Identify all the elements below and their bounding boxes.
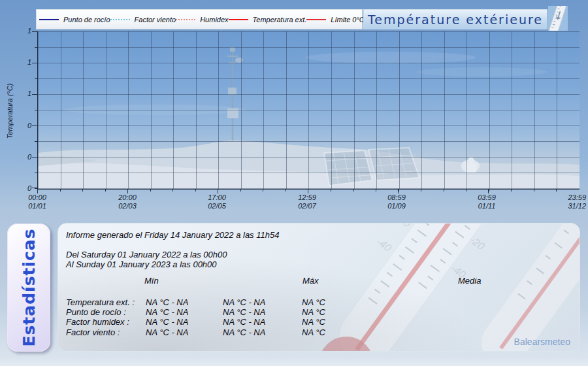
y-axis-major-ticks bbox=[32, 31, 37, 190]
row-max-value: NA °C - NA bbox=[223, 327, 265, 337]
legend-line-swatch bbox=[229, 19, 248, 20]
y-tick-label: 1 bbox=[27, 27, 31, 35]
weather-report-page: { "header": { "title": "Température exté… bbox=[0, 0, 588, 366]
x-tick-date: 02/03 bbox=[101, 202, 154, 210]
x-tick-date: 01/11 bbox=[461, 202, 513, 210]
x-tick-time: 00:00 bbox=[11, 193, 63, 202]
legend-line-swatch bbox=[176, 19, 195, 20]
x-tick-date: 02/07 bbox=[281, 202, 333, 210]
row-max-value: NA °C - NA bbox=[223, 317, 265, 327]
row-min-value: NA °C - NA bbox=[146, 317, 188, 327]
x-tick-date: 02/05 bbox=[191, 202, 243, 210]
chart-legend: Punto de rocío Factor viento Humidex Tem… bbox=[36, 9, 363, 29]
legend-item: Humidex bbox=[176, 16, 228, 24]
row-label: Factor humidex : bbox=[66, 317, 129, 327]
y-tick-label: 0 bbox=[27, 122, 31, 130]
column-header-min: Mín bbox=[144, 276, 159, 286]
x-tick-date: 01/01 bbox=[11, 202, 63, 210]
statistics-sidebar-label: Estadísticas bbox=[20, 228, 39, 346]
row-max-value: NA °C - NA bbox=[223, 307, 265, 317]
report-period-to: Al Sunday 01 January 2023 a las 00h00 bbox=[66, 259, 217, 269]
column-header-media: Media bbox=[458, 276, 481, 286]
x-tick-label: 03:59 01/11 bbox=[461, 193, 513, 210]
report-period-from: Del Saturday 01 January 2022 a las 00h00 bbox=[66, 250, 227, 259]
legend-line-swatch bbox=[39, 19, 59, 20]
row-min-value: NA °C - NA bbox=[146, 307, 188, 317]
y-tick-label: 1 bbox=[27, 58, 31, 67]
legend-item-label: Humidex bbox=[200, 16, 228, 24]
y-tick-label: 0 bbox=[27, 184, 31, 193]
y-tick-label: 1 bbox=[27, 90, 31, 98]
report-generated-line: Informe generado el Friday 14 January 20… bbox=[66, 230, 279, 240]
x-tick-label: 00:00 01/01 bbox=[11, 193, 63, 210]
legend-item: Factor viento bbox=[110, 16, 176, 24]
x-tick-label: 20:00 02/03 bbox=[101, 193, 154, 210]
row-max-value: NA °C - NA bbox=[223, 297, 265, 307]
column-header-max: Máx bbox=[302, 276, 319, 286]
x-tick-date: 31/12 bbox=[536, 202, 586, 210]
y-axis-title: Temperatura (°C) bbox=[6, 78, 15, 144]
x-tick-label: 12:59 02/07 bbox=[281, 193, 333, 210]
row-media-value: NA °C bbox=[302, 297, 325, 307]
statistics-table: Temperatura ext. : NA °C - NA NA °C - NA… bbox=[66, 297, 523, 337]
row-label: Temperatura ext. : bbox=[66, 297, 135, 307]
x-tick-time: 23:59 bbox=[536, 193, 586, 202]
brand-label: Balearsmeteo bbox=[514, 337, 570, 347]
row-label: Factor viento : bbox=[66, 327, 120, 337]
x-tick-date: 01/09 bbox=[370, 202, 423, 210]
legend-item-label: Temperatura ext. bbox=[253, 16, 307, 24]
row-label: Punto de rocío : bbox=[66, 307, 126, 317]
chart-gridlines bbox=[38, 31, 580, 189]
legend-line-swatch bbox=[306, 19, 326, 20]
row-media-value: NA °C bbox=[302, 317, 325, 327]
chart-title: Température extérieure bbox=[368, 12, 543, 27]
legend-item: Temperatura ext. bbox=[229, 16, 307, 24]
thermometer-icon bbox=[548, 6, 568, 31]
legend-item: Punto de rocío bbox=[39, 16, 110, 24]
legend-item-label: Punto de rocío bbox=[63, 16, 110, 24]
x-tick-time: 12:59 bbox=[281, 193, 333, 202]
chart-plot-area bbox=[37, 31, 580, 190]
x-tick-time: 17:00 bbox=[191, 193, 243, 202]
legend-item-label: Factor viento bbox=[135, 16, 176, 24]
statistics-sidebar-tab: Estadísticas bbox=[7, 224, 50, 352]
y-axis-tick-labels: 1 1 1 0 0 0 bbox=[16, 27, 31, 193]
row-min-value: NA °C - NA bbox=[146, 297, 188, 307]
row-media-value: NA °C bbox=[302, 327, 325, 337]
table-row: Punto de rocío : NA °C - NA NA °C - NA N… bbox=[66, 307, 523, 317]
x-tick-time: 20:00 bbox=[101, 193, 154, 202]
row-min-value: NA °C - NA bbox=[146, 327, 188, 337]
row-media-value: NA °C bbox=[302, 307, 325, 317]
legend-line-swatch bbox=[110, 19, 130, 20]
x-tick-label: 23:59 31/12 bbox=[536, 193, 586, 210]
x-tick-time: 08:59 bbox=[370, 193, 423, 202]
x-tick-label: 17:00 02/05 bbox=[191, 193, 243, 210]
x-tick-label: 08:59 01/09 bbox=[370, 193, 423, 210]
statistics-panel: -10 -20 -30 -40 0 -20 -40 Informe genera… bbox=[57, 223, 580, 352]
table-row: Factor viento : NA °C - NA NA °C - NA NA… bbox=[66, 327, 523, 337]
legend-item: Límite 0°C bbox=[306, 16, 364, 24]
chart-title-band: Température extérieure bbox=[363, 9, 547, 29]
x-tick-time: 03:59 bbox=[461, 193, 513, 202]
legend-item-label: Límite 0°C bbox=[331, 16, 364, 24]
y-tick-label: 0 bbox=[27, 153, 31, 161]
table-row: Temperatura ext. : NA °C - NA NA °C - NA… bbox=[66, 297, 523, 307]
table-row: Factor humidex : NA °C - NA NA °C - NA N… bbox=[66, 317, 523, 327]
